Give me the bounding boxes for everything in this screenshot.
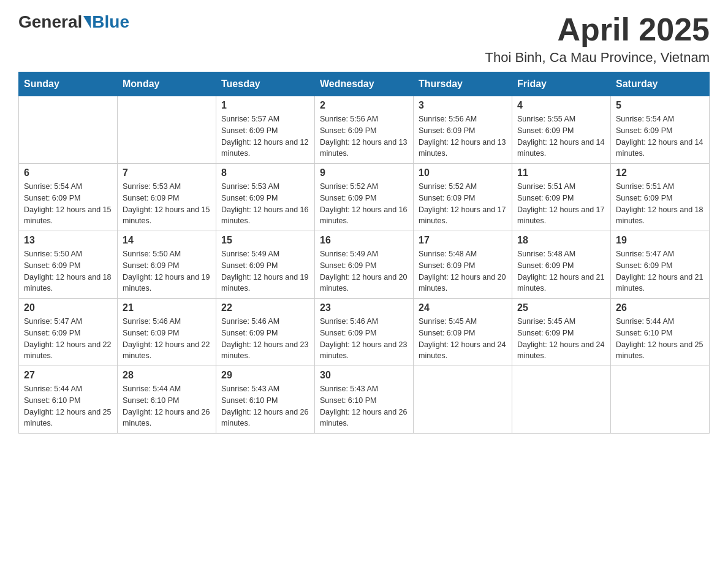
calendar-cell: 6Sunrise: 5:54 AMSunset: 6:09 PMDaylight… [19,164,118,231]
day-info: Sunrise: 5:46 AMSunset: 6:09 PMDaylight:… [123,316,211,362]
calendar-cell: 11Sunrise: 5:51 AMSunset: 6:09 PMDayligh… [512,164,611,231]
calendar-cell [19,96,118,164]
day-info: Sunrise: 5:56 AMSunset: 6:09 PMDaylight:… [320,113,408,159]
calendar-cell: 17Sunrise: 5:48 AMSunset: 6:09 PMDayligh… [414,231,512,299]
title-area: April 2025 Thoi Binh, Ca Mau Province, V… [485,12,710,66]
calendar-cell: 25Sunrise: 5:45 AMSunset: 6:09 PMDayligh… [512,299,611,366]
calendar-cell: 1Sunrise: 5:57 AMSunset: 6:09 PMDaylight… [216,96,315,164]
day-info: Sunrise: 5:49 AMSunset: 6:09 PMDaylight:… [221,248,309,294]
day-info: Sunrise: 5:53 AMSunset: 6:09 PMDaylight:… [221,181,309,227]
header-wednesday: Wednesday [315,72,414,96]
day-info: Sunrise: 5:50 AMSunset: 6:09 PMDaylight:… [123,248,211,294]
logo-triangle-icon [83,16,91,28]
calendar-cell: 7Sunrise: 5:53 AMSunset: 6:09 PMDaylight… [118,164,216,231]
month-title: April 2025 [485,12,710,47]
day-info: Sunrise: 5:51 AMSunset: 6:09 PMDaylight:… [616,181,704,227]
calendar-cell: 14Sunrise: 5:50 AMSunset: 6:09 PMDayligh… [118,231,216,299]
day-info: Sunrise: 5:54 AMSunset: 6:09 PMDaylight:… [616,113,704,159]
day-info: Sunrise: 5:54 AMSunset: 6:09 PMDaylight:… [24,181,112,227]
day-number: 13 [24,235,112,246]
day-number: 4 [517,100,605,111]
calendar-cell: 15Sunrise: 5:49 AMSunset: 6:09 PMDayligh… [216,231,315,299]
day-number: 15 [221,235,309,246]
day-info: Sunrise: 5:57 AMSunset: 6:09 PMDaylight:… [221,113,309,159]
day-number: 9 [320,167,408,178]
day-info: Sunrise: 5:53 AMSunset: 6:09 PMDaylight:… [123,181,211,227]
day-number: 25 [517,302,605,313]
calendar-cell: 26Sunrise: 5:44 AMSunset: 6:10 PMDayligh… [611,299,710,366]
day-info: Sunrise: 5:43 AMSunset: 6:10 PMDaylight:… [221,383,309,429]
calendar-cell: 23Sunrise: 5:46 AMSunset: 6:09 PMDayligh… [315,299,414,366]
day-info: Sunrise: 5:48 AMSunset: 6:09 PMDaylight:… [517,248,605,294]
day-number: 14 [123,235,211,246]
day-info: Sunrise: 5:48 AMSunset: 6:09 PMDaylight:… [419,248,507,294]
day-number: 16 [320,235,408,246]
day-info: Sunrise: 5:45 AMSunset: 6:09 PMDaylight:… [419,316,507,362]
header-saturday: Saturday [611,72,710,96]
logo-general: General [18,12,82,32]
day-number: 10 [419,167,507,178]
day-info: Sunrise: 5:44 AMSunset: 6:10 PMDaylight:… [123,383,211,429]
header-thursday: Thursday [414,72,512,96]
calendar-week-row: 20Sunrise: 5:47 AMSunset: 6:09 PMDayligh… [19,299,710,366]
day-info: Sunrise: 5:45 AMSunset: 6:09 PMDaylight:… [517,316,605,362]
location-title: Thoi Binh, Ca Mau Province, Vietnam [485,50,710,66]
day-info: Sunrise: 5:49 AMSunset: 6:09 PMDaylight:… [320,248,408,294]
calendar-cell: 30Sunrise: 5:43 AMSunset: 6:10 PMDayligh… [315,366,414,434]
calendar-cell: 21Sunrise: 5:46 AMSunset: 6:09 PMDayligh… [118,299,216,366]
calendar-cell [512,366,611,434]
day-number: 21 [123,302,211,313]
day-info: Sunrise: 5:55 AMSunset: 6:09 PMDaylight:… [517,113,605,159]
day-info: Sunrise: 5:51 AMSunset: 6:09 PMDaylight:… [517,181,605,227]
day-info: Sunrise: 5:56 AMSunset: 6:09 PMDaylight:… [419,113,507,159]
day-info: Sunrise: 5:52 AMSunset: 6:09 PMDaylight:… [320,181,408,227]
day-number: 5 [616,100,704,111]
day-info: Sunrise: 5:47 AMSunset: 6:09 PMDaylight:… [616,248,704,294]
calendar-cell: 29Sunrise: 5:43 AMSunset: 6:10 PMDayligh… [216,366,315,434]
calendar-cell [611,366,710,434]
day-number: 7 [123,167,211,178]
day-number: 26 [616,302,704,313]
day-number: 30 [320,370,408,381]
calendar-cell: 10Sunrise: 5:52 AMSunset: 6:09 PMDayligh… [414,164,512,231]
day-number: 18 [517,235,605,246]
day-number: 8 [221,167,309,178]
day-info: Sunrise: 5:44 AMSunset: 6:10 PMDaylight:… [24,383,112,429]
logo: General Blue [18,12,129,32]
day-number: 22 [221,302,309,313]
calendar-cell: 22Sunrise: 5:46 AMSunset: 6:09 PMDayligh… [216,299,315,366]
day-number: 17 [419,235,507,246]
calendar-table: Sunday Monday Tuesday Wednesday Thursday… [18,72,710,434]
day-info: Sunrise: 5:47 AMSunset: 6:09 PMDaylight:… [24,316,112,362]
logo-blue: Blue [92,12,129,32]
day-number: 23 [320,302,408,313]
calendar-cell: 24Sunrise: 5:45 AMSunset: 6:09 PMDayligh… [414,299,512,366]
calendar-cell: 16Sunrise: 5:49 AMSunset: 6:09 PMDayligh… [315,231,414,299]
day-number: 3 [419,100,507,111]
page-header: General Blue April 2025 Thoi Binh, Ca Ma… [18,12,710,66]
calendar-cell: 8Sunrise: 5:53 AMSunset: 6:09 PMDaylight… [216,164,315,231]
calendar-cell: 20Sunrise: 5:47 AMSunset: 6:09 PMDayligh… [19,299,118,366]
day-info: Sunrise: 5:44 AMSunset: 6:10 PMDaylight:… [616,316,704,362]
day-number: 12 [616,167,704,178]
calendar-cell [118,96,216,164]
calendar-cell: 5Sunrise: 5:54 AMSunset: 6:09 PMDaylight… [611,96,710,164]
calendar-cell: 18Sunrise: 5:48 AMSunset: 6:09 PMDayligh… [512,231,611,299]
calendar-cell: 4Sunrise: 5:55 AMSunset: 6:09 PMDaylight… [512,96,611,164]
calendar-week-row: 27Sunrise: 5:44 AMSunset: 6:10 PMDayligh… [19,366,710,434]
calendar-week-row: 1Sunrise: 5:57 AMSunset: 6:09 PMDaylight… [19,96,710,164]
day-info: Sunrise: 5:46 AMSunset: 6:09 PMDaylight:… [320,316,408,362]
calendar-cell: 13Sunrise: 5:50 AMSunset: 6:09 PMDayligh… [19,231,118,299]
day-info: Sunrise: 5:43 AMSunset: 6:10 PMDaylight:… [320,383,408,429]
header-tuesday: Tuesday [216,72,315,96]
calendar-cell [414,366,512,434]
day-number: 29 [221,370,309,381]
day-number: 24 [419,302,507,313]
calendar-cell: 19Sunrise: 5:47 AMSunset: 6:09 PMDayligh… [611,231,710,299]
calendar-cell: 3Sunrise: 5:56 AMSunset: 6:09 PMDaylight… [414,96,512,164]
day-number: 2 [320,100,408,111]
calendar-cell: 12Sunrise: 5:51 AMSunset: 6:09 PMDayligh… [611,164,710,231]
header-friday: Friday [512,72,611,96]
day-number: 1 [221,100,309,111]
day-number: 20 [24,302,112,313]
